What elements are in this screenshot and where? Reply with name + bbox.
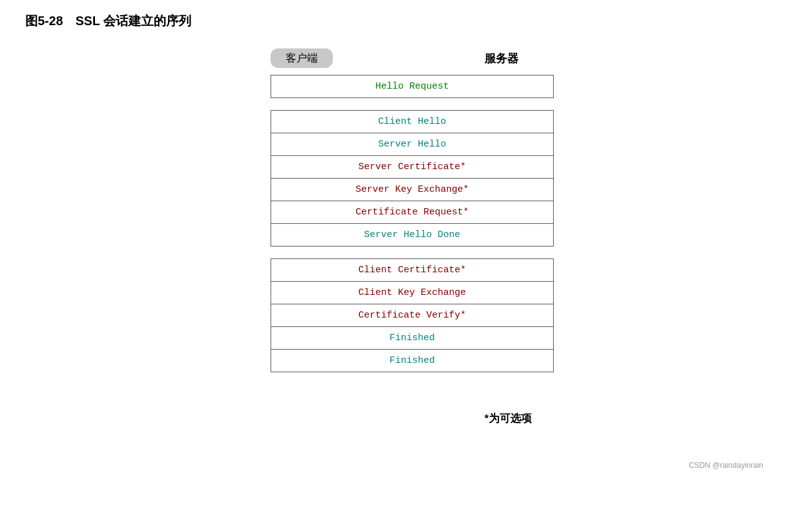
sequence-row-server-key-exchange: Server Key Exchange* xyxy=(271,179,554,201)
sequence-row-client-certificate: Client Certificate* xyxy=(271,259,554,282)
sequence-row-server-certificate: Server Certificate* xyxy=(271,156,554,179)
sequence-row-certificate-request: Certificate Request* xyxy=(271,201,554,224)
csdn-watermark: CSDN @raindayinrain xyxy=(689,461,763,470)
diagram-container: 客户端 服务器 Hello RequestClient HelloServer … xyxy=(25,48,776,476)
sequence-table: Hello RequestClient HelloServer HelloSer… xyxy=(271,75,554,372)
sequence-row-hello-request: Hello Request xyxy=(271,75,554,98)
optional-note: *为可选项 xyxy=(485,411,532,426)
sequence-row-server-hello: Server Hello xyxy=(271,133,554,156)
client-label: 客户端 xyxy=(271,48,333,68)
page-title: 图5-28 SSL 会话建立的序列 xyxy=(25,13,776,30)
sequence-row-finished-2: Finished xyxy=(271,350,554,372)
server-label: 服务器 xyxy=(485,51,518,66)
sequence-row-finished-1: Finished xyxy=(271,327,554,350)
sequence-row-certificate-verify: Certificate Verify* xyxy=(271,304,554,327)
sequence-row-server-hello-done: Server Hello Done xyxy=(271,224,554,247)
sequence-row-client-hello: Client Hello xyxy=(271,111,554,133)
sequence-row-client-key-exchange: Client Key Exchange xyxy=(271,282,554,304)
